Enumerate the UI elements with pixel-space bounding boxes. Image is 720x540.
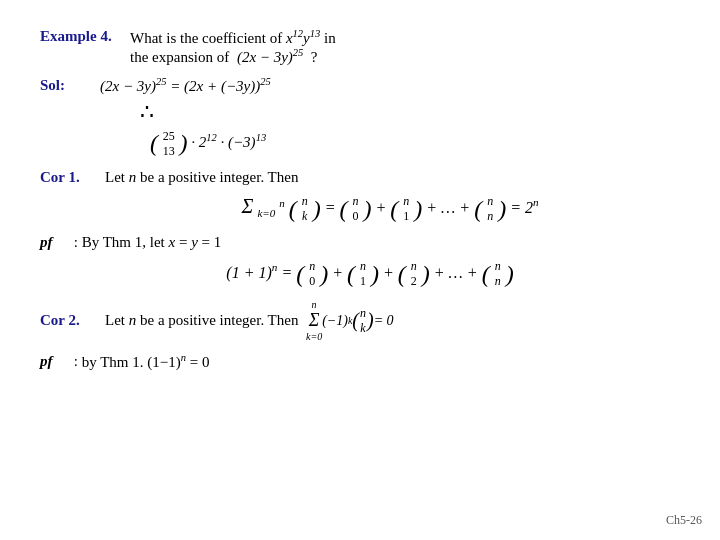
- pf1-choose-0: n 0: [309, 259, 315, 289]
- pf1-label: pf: [40, 234, 70, 251]
- cor1-formula: Σ k=0 n ( n k ) = ( n 0 ) + ( n 1 ): [100, 194, 680, 224]
- cor1-n: n: [129, 169, 137, 185]
- y-exponent: 13: [310, 28, 321, 39]
- slide-number: Ch5-26: [666, 513, 702, 528]
- close-paren4: ): [498, 196, 506, 222]
- pf2-section: pf : by Thm 1. (1−1)n = 0: [40, 352, 680, 371]
- choose-n-0: n 0: [353, 194, 359, 224]
- cor2-section: Cor 2. Let n be a positive integer. Then…: [40, 299, 680, 342]
- cor1-text: Let n be a positive integer. Then: [105, 169, 298, 186]
- pf1-section: pf : By Thm 1, let x = y = 1 (1 + 1)n = …: [40, 234, 680, 289]
- sol-formula: ( 25 13 ) · 212 · (−3)13: [150, 129, 680, 159]
- therefore-row: ∴: [140, 99, 680, 125]
- choose-25-13: 25 13: [163, 129, 175, 159]
- pf1-formula: (1 + 1)n = ( n 0 ) + ( n 1 ) + ( n 2 ) +…: [60, 259, 680, 289]
- cor2-choose-n-k: n k: [360, 306, 366, 336]
- pf1-text: By Thm 1, let x = y = 1: [82, 234, 222, 251]
- open-paren3: (: [390, 196, 398, 222]
- sol-row: Sol: (2x − 3y)25 = (2x + (−3y))25: [40, 76, 680, 95]
- cor2-text: Let n be a positive integer. Then: [105, 312, 298, 329]
- choose-n-1: n 1: [403, 194, 409, 224]
- example-label: Example 4.: [40, 28, 130, 45]
- pf1-choose-1: n 1: [360, 259, 366, 289]
- y-term: y: [303, 30, 310, 46]
- pf1-choose-n: n n: [495, 259, 501, 289]
- close-paren2: ): [364, 196, 372, 222]
- close-paren3: ): [414, 196, 422, 222]
- open-paren2: (: [340, 196, 348, 222]
- pf1-choose-2: n 2: [411, 259, 417, 289]
- x-term: x12y13: [286, 30, 320, 46]
- example-expansion-text: the expansion of (2x − 3y)25 ?: [130, 47, 318, 66]
- pf2-colon: :: [70, 353, 82, 370]
- close-paren: ): [313, 196, 321, 222]
- cor2-inline-formula: n Σ k=0 (−1)k ( n k ) = 0: [306, 299, 394, 342]
- pf1-row: pf : By Thm 1, let x = y = 1: [40, 234, 680, 251]
- example-header: Example 4. What is the coefficient of x1…: [40, 28, 680, 47]
- choose-n-n: n n: [487, 194, 493, 224]
- sol-equation: (2x − 3y)25 = (2x + (−3y))25: [100, 76, 271, 95]
- example-section: Example 4. What is the coefficient of x1…: [40, 28, 680, 66]
- cor2-n: n: [129, 312, 137, 328]
- sol-section: Sol: (2x − 3y)25 = (2x + (−3y))25 ∴ ( 25…: [40, 76, 680, 159]
- open-paren: (: [289, 196, 297, 222]
- sum-sigma-block: Σ k=0 n: [241, 199, 288, 216]
- cor1-header: Cor 1. Let n be a positive integer. Then: [40, 169, 680, 186]
- cor2-label: Cor 2.: [40, 312, 105, 329]
- pf1-colon: :: [70, 234, 82, 251]
- open-paren4: (: [474, 196, 482, 222]
- page: Example 4. What is the coefficient of x1…: [0, 0, 720, 540]
- binomial-coeff: ( 25 13 ) · 212 · (−3)13: [150, 134, 266, 150]
- example-question2: the expansion of (2x − 3y)25 ?: [130, 47, 680, 66]
- x-exponent: 12: [293, 28, 304, 39]
- pf2-row: pf : by Thm 1. (1−1)n = 0: [40, 352, 680, 371]
- sum-block-cor2: n Σ k=0: [306, 299, 322, 342]
- choose-n-k: n k: [302, 194, 308, 224]
- binomial-expr: (2x − 3y)25: [237, 49, 307, 65]
- pf2-label: pf: [40, 353, 70, 370]
- example-question: What is the coefficient of x12y13 in: [130, 28, 336, 47]
- cor1-label: Cor 1.: [40, 169, 105, 186]
- cor1-section: Cor 1. Let n be a positive integer. Then…: [40, 169, 680, 224]
- cor2-header: Cor 2. Let n be a positive integer. Then…: [40, 299, 680, 342]
- pf2-text: by Thm 1. (1−1)n = 0: [82, 352, 210, 371]
- sol-label: Sol:: [40, 77, 100, 94]
